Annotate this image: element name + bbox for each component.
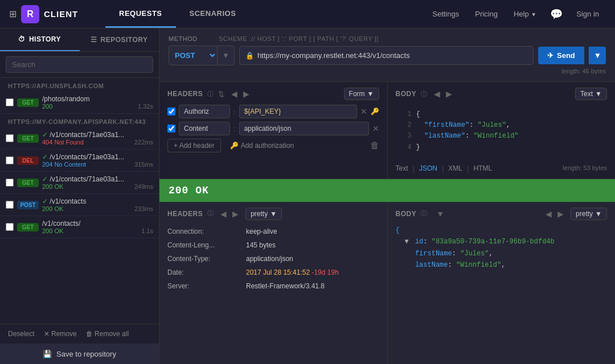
save-icon: 💾 — [43, 350, 52, 358]
header-delete-button[interactable]: ✕ — [360, 107, 367, 116]
header-lock-button[interactable]: 🔑 — [371, 107, 379, 115]
send-button[interactable]: ✈ Send — [538, 47, 584, 64]
sidebar-tab-repository[interactable]: ☰ REPOSITORY — [80, 28, 159, 51]
list-item[interactable]: POST ✓ /v1/contacts 200 OK 233ms — [0, 194, 159, 216]
item-details: ✓ /v1/contacts/71ae03a1... 200 OK 249ms — [42, 175, 153, 190]
resp-body-expand-button[interactable]: ▼ — [434, 208, 446, 220]
item-status: 204 No Content — [42, 161, 86, 168]
method-select-arrow-icon[interactable]: ▼ — [217, 47, 234, 64]
list-item[interactable]: GET /photos/random 200 1.32s — [0, 92, 159, 114]
resp-headers-prev-arrow[interactable]: ◀ — [218, 208, 229, 220]
resp-body-pretty-button[interactable]: pretty ▼ — [571, 208, 607, 220]
tab-requests[interactable]: REQUESTS — [105, 0, 176, 28]
settings-button[interactable]: Settings — [425, 6, 466, 22]
sidebar-tab-history[interactable]: ⏱ HISTORY — [0, 28, 80, 51]
item-checkbox[interactable] — [6, 223, 14, 231]
send-dropdown-button[interactable]: ▼ — [589, 47, 606, 64]
body-prev-arrow[interactable]: ◀ — [432, 88, 442, 100]
checkmark-icon: ✓ — [42, 131, 48, 139]
headers-panel: HEADERS ⓘ ⇅ ◀ ▶ Form ▼ : — [159, 82, 387, 179]
headers-next-arrow[interactable]: ▶ — [241, 88, 252, 100]
remove-button[interactable]: ✕ Remove — [42, 329, 79, 339]
headers-title: HEADERS — [167, 90, 203, 98]
header-checkbox[interactable] — [167, 107, 175, 115]
body-panel: BODY ⓘ ◀ ▶ Text ▼ 1{ 2 "firstName": "Jul… — [387, 82, 616, 179]
body-format-xml[interactable]: XML — [448, 164, 462, 172]
field-labels: METHOD SCHEME :// HOST [ ':' PORT ] [ PA… — [169, 35, 606, 42]
header-key-input[interactable] — [179, 122, 230, 135]
header-delete-button[interactable]: ✕ — [372, 124, 379, 133]
item-details: /photos/random 200 1.32s — [42, 95, 153, 110]
method-badge: GET — [17, 179, 39, 187]
colon-separator: : — [233, 107, 236, 116]
body-format-tabs: Text | JSON | XML | HTML — [396, 164, 493, 173]
item-path: /photos/random — [42, 95, 153, 103]
pricing-button[interactable]: Pricing — [468, 6, 505, 22]
method-select[interactable]: POSTGETPUTDELETE — [169, 46, 217, 65]
item-time: 249ms — [134, 183, 153, 190]
header-key-input[interactable] — [179, 105, 230, 118]
item-path: ✓ /v1/contacts/71ae03a1... — [42, 175, 153, 183]
method-select-wrapper: POSTGETPUTDELETE ▼ — [169, 46, 235, 65]
response-headers-title: HEADERS — [167, 210, 203, 218]
body-next-arrow[interactable]: ▶ — [444, 88, 454, 100]
search-input[interactable] — [6, 56, 153, 73]
format-chevron-icon: ▼ — [367, 90, 374, 98]
headers-sort-icon[interactable]: ⇅ — [218, 90, 224, 98]
body-format-html[interactable]: HTML — [473, 164, 492, 172]
item-details: ✓ /v1/contacts/71ae03a1... 404 Not Found… — [42, 131, 153, 146]
resp-headers-pretty-button[interactable]: pretty ▼ — [245, 208, 282, 220]
header-value-input[interactable] — [239, 122, 369, 135]
chat-icon[interactable]: 💬 — [546, 5, 567, 24]
tab-scenarios[interactable]: SCENARIOS — [176, 0, 250, 28]
nav-tabs: REQUESTS SCENARIOS — [105, 0, 249, 28]
list-item[interactable]: GET /v1/contacts/ 200 OK 1.1s — [0, 216, 159, 238]
headers-format-button[interactable]: Form ▼ — [344, 88, 379, 100]
resp-header-val: 145 bytes — [246, 238, 276, 252]
resp-body-nav-arrows: ◀ ▶ — [543, 208, 566, 220]
item-details: /v1/contacts/ 200 OK 1.1s — [42, 220, 153, 234]
header-checkbox[interactable] — [167, 125, 175, 133]
resp-header-row: Content-Type: application/json — [167, 252, 379, 266]
deselect-button[interactable]: Deselect — [6, 329, 37, 339]
list-item[interactable]: DEL ✓ /v1/contacts/71ae03a1... 204 No Co… — [0, 150, 159, 172]
list-item[interactable]: GET ✓ /v1/contacts/71ae03a1... 404 Not F… — [0, 127, 159, 150]
item-checkbox[interactable] — [6, 98, 14, 106]
item-checkbox[interactable] — [6, 156, 14, 164]
response-status-bar: 200 OK — [159, 179, 615, 202]
help-button[interactable]: Help ▼ — [507, 6, 543, 22]
item-checkbox[interactable] — [6, 134, 14, 142]
item-time: 222ms — [134, 139, 153, 146]
header-value-input[interactable] — [239, 105, 357, 118]
list-item[interactable]: GET ✓ /v1/contacts/71ae03a1... 200 OK 24… — [0, 172, 159, 194]
add-authorization-button[interactable]: 🔑 Add authorization — [230, 142, 294, 150]
grid-icon[interactable]: ⊞ — [9, 9, 17, 19]
resp-body-next-arrow[interactable]: ▶ — [555, 208, 566, 220]
pretty-chevron-icon: ▼ — [595, 210, 602, 218]
item-status: 404 Not Found — [42, 139, 84, 146]
body-format-text[interactable]: Text — [396, 164, 408, 172]
help-chevron-icon: ▼ — [531, 11, 536, 18]
resp-header-key: Server: — [167, 279, 241, 293]
resp-headers-next-arrow[interactable]: ▶ — [230, 208, 241, 220]
delete-all-headers-button[interactable]: 🗑 — [370, 140, 379, 151]
pretty-chevron-icon: ▼ — [270, 210, 277, 218]
signin-button[interactable]: Sign in — [569, 6, 606, 22]
save-to-repository-button[interactable]: 💾 Save to repository — [0, 344, 159, 364]
response-headers-header: HEADERS ⓘ ◀ ▶ pretty ▼ — [167, 208, 379, 220]
remove-all-button[interactable]: 🗑 Remove all — [84, 329, 131, 339]
repository-icon: ☰ — [91, 36, 97, 44]
add-header-button[interactable]: + Add header — [167, 139, 221, 152]
response-headers-info-icon: ⓘ — [207, 209, 214, 218]
search-container — [0, 52, 159, 78]
item-checkbox[interactable] — [6, 179, 14, 187]
resp-header-key: Date: — [167, 266, 241, 279]
scheme-field-label: SCHEME :// HOST [ ':' PORT ] [ PATH [ '?… — [219, 35, 379, 42]
url-input[interactable] — [257, 47, 527, 64]
body-format-button[interactable]: Text ▼ — [575, 88, 607, 100]
item-details: ✓ /v1/contacts/71ae03a1... 204 No Conten… — [42, 153, 153, 168]
body-format-json[interactable]: JSON — [419, 164, 437, 172]
item-checkbox[interactable] — [6, 201, 14, 209]
headers-prev-arrow[interactable]: ◀ — [229, 88, 240, 100]
resp-body-prev-arrow[interactable]: ◀ — [543, 208, 554, 220]
